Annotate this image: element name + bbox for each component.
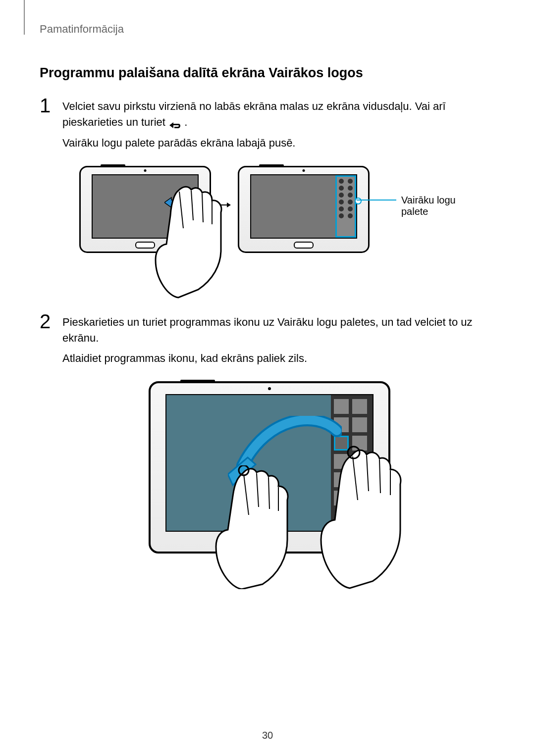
figure-1: Vairāku logu palete — [40, 166, 495, 295]
step-1-text-b: . — [184, 116, 187, 128]
page-margin-line — [24, 0, 25, 35]
back-icon — [168, 118, 181, 127]
step-1-text: Velciet savu pirkstu virzienā no labās e… — [62, 99, 495, 130]
step-1-text-a: Velciet savu pirkstu virzienā no labās e… — [62, 100, 446, 128]
step-number: 2 — [40, 311, 59, 331]
step-number: 1 — [40, 96, 59, 115]
page-number: 30 — [0, 730, 535, 741]
step-1: 1 Velciet savu pirkstu virzienā no labās… — [40, 99, 495, 156]
section-header: Pamatinformācija — [40, 23, 495, 36]
step-2-text-2: Atlaidiet programmas ikonu, kad ekrāns p… — [62, 351, 495, 366]
step-2-text-1: Pieskarieties un turiet programmas ikonu… — [62, 314, 495, 346]
page-title: Programmu palaišana dalītā ekrāna Vairāk… — [40, 65, 495, 81]
callout-leader-line — [357, 200, 396, 201]
hand-touch-palette-icon — [317, 446, 411, 589]
figure-2 — [40, 381, 495, 599]
step-1-text-2: Vairāku logu palete parādās ekrāna labaj… — [62, 135, 495, 151]
callout-label: Vairāku logu palete — [401, 195, 456, 217]
step-2: 2 Pieskarieties un turiet programmas iko… — [40, 314, 495, 372]
hand-swipe-icon — [149, 186, 248, 300]
callout-anchor-icon — [355, 198, 362, 204]
tablet-after-icon — [238, 166, 370, 253]
hand-drop-icon — [213, 465, 297, 589]
